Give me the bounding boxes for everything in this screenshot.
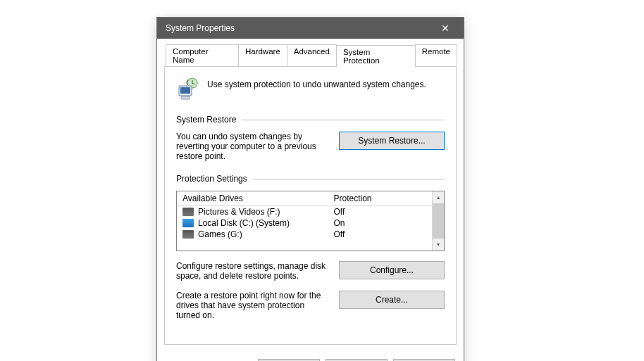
configure-button[interactable]: Configure... [339, 261, 445, 279]
drives-listbox[interactable]: Available Drives Protection Pictures & V… [176, 191, 445, 251]
tab-panel-system-protection: Use system protection to undo unwanted s… [164, 66, 457, 345]
tab-computer-name[interactable]: Computer Name [166, 44, 239, 66]
drives-content: Available Drives Protection Pictures & V… [177, 191, 432, 251]
system-protection-icon [176, 77, 200, 101]
column-header-protection[interactable]: Protection [334, 194, 426, 203]
drive-icon [182, 219, 194, 227]
drive-row[interactable]: Pictures & Videos (F:) Off [177, 206, 432, 217]
tab-advanced[interactable]: Advanced [287, 44, 337, 66]
drive-icon [182, 208, 194, 216]
system-restore-button[interactable]: System Restore... [339, 132, 445, 150]
drive-protection: On [334, 218, 426, 228]
drive-protection: Off [334, 207, 426, 217]
create-button[interactable]: Create... [339, 291, 445, 309]
configure-desc: Configure restore settings, manage disk … [176, 261, 326, 281]
tab-remote[interactable]: Remote [415, 44, 457, 66]
drive-row[interactable]: Local Disk (C:) (System) On [177, 217, 432, 229]
system-properties-dialog: System Properties ✕ Computer Name Hardwa… [156, 17, 464, 361]
dialog-body: Computer Name Hardware Advanced System P… [157, 39, 464, 352]
window-title: System Properties [166, 23, 431, 33]
svg-rect-2 [180, 87, 190, 94]
system-restore-desc: You can undo system changes by reverting… [176, 132, 326, 161]
scroll-down-icon[interactable]: ▾ [433, 239, 444, 251]
tab-system-protection[interactable]: System Protection [336, 45, 416, 68]
drive-label: Local Disk (C:) (System) [198, 218, 334, 228]
scroll-thumb[interactable] [433, 203, 444, 239]
tab-strip: Computer Name Hardware Advanced System P… [164, 44, 457, 66]
drive-row[interactable]: Games (G:) Off [177, 229, 432, 240]
group-legend-protection: Protection Settings [176, 174, 247, 184]
column-header-drives[interactable]: Available Drives [182, 194, 334, 203]
create-desc: Create a restore point right now for the… [176, 291, 326, 320]
drive-icon [182, 230, 194, 239]
divider [253, 179, 445, 179]
svg-rect-3 [181, 96, 190, 99]
dialog-footer: OK Cancel Apply [157, 352, 464, 361]
intro-text: Use system protection to undo unwanted s… [207, 75, 426, 89]
intro-row: Use system protection to undo unwanted s… [176, 75, 445, 101]
titlebar[interactable]: System Properties ✕ [157, 18, 464, 39]
group-system-restore: System Restore You can undo system chang… [176, 115, 445, 161]
scrollbar[interactable]: ▴ ▾ [432, 191, 444, 251]
drive-label: Pictures & Videos (F:) [198, 207, 334, 217]
drive-protection: Off [334, 229, 426, 239]
drive-label: Games (G:) [198, 229, 334, 239]
scroll-up-icon[interactable]: ▴ [433, 191, 444, 203]
tab-hardware[interactable]: Hardware [238, 44, 287, 66]
divider [242, 120, 445, 120]
close-icon[interactable]: ✕ [431, 18, 459, 39]
group-legend-restore: System Restore [176, 115, 236, 125]
drives-header[interactable]: Available Drives Protection [177, 191, 432, 206]
group-protection-settings: Protection Settings Available Drives Pro… [176, 174, 445, 320]
